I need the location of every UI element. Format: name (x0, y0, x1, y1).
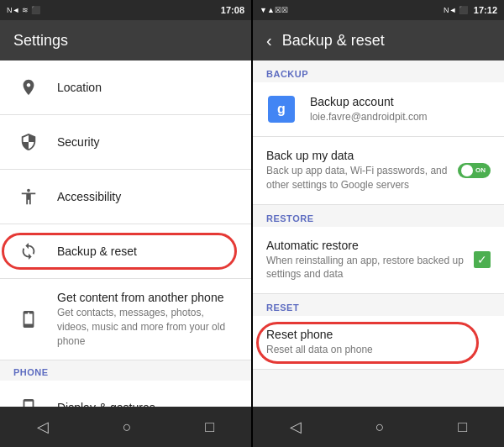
backup-reset-text: Backup & reset (57, 245, 238, 258)
display-icon (13, 392, 44, 407)
backup-data-title: Back up my data (266, 149, 451, 162)
auto-restore-text: Automatic restore When reinstalling an a… (266, 239, 467, 282)
auto-restore-item[interactable]: Automatic restore When reinstalling an a… (253, 227, 504, 295)
phone-section-header: PHONE (0, 360, 251, 381)
security-text: Security (57, 135, 238, 149)
backup-account-subtitle: loie.favre@androidpit.com (310, 110, 491, 124)
reset-phone-subtitle: Reset all data on phone (266, 343, 491, 357)
backup-data-item[interactable]: Back up my data Back up app data, Wi-Fi … (253, 137, 504, 205)
settings-item-backup-reset[interactable]: Backup & reset (0, 224, 251, 279)
settings-item-display[interactable]: Display & gestures (0, 381, 251, 407)
google-icon: g (268, 96, 295, 123)
right-status-bar: ▼▲☒☒ N◄ ⬛ 17:12 (253, 0, 504, 20)
left-nav-bar: ◁ ○ □ (0, 407, 251, 447)
left-status-time: 17:08 (221, 5, 244, 15)
backup-account-item[interactable]: g Backup account loie.favre@androidpit.c… (253, 82, 504, 137)
get-content-text: Get content from another phone Get conta… (57, 291, 238, 348)
left-status-icons: N◄ ≋ ⬛ (7, 6, 40, 14)
backup-account-text: Backup account loie.favre@androidpit.com (310, 95, 491, 124)
right-home-button[interactable]: ○ (369, 412, 391, 443)
right-status-icons: ▼▲☒☒ (260, 6, 288, 14)
get-content-icon (13, 304, 44, 334)
left-recent-button[interactable]: □ (198, 412, 221, 443)
location-text: Location (57, 81, 238, 94)
right-content: BACKUP g Backup account loie.favre@andro… (253, 60, 504, 407)
right-recent-button[interactable]: □ (451, 412, 474, 443)
backup-reset-icon (13, 236, 44, 266)
reset-list: Reset phone Reset all data on phone (253, 316, 504, 370)
google-icon-container: g (266, 94, 297, 124)
settings-item-accessibility[interactable]: Accessibility (0, 170, 251, 224)
left-panel: N◄ ≋ ⬛ 17:08 Settings Location (0, 0, 251, 447)
reset-phone-title: Reset phone (266, 328, 491, 341)
location-title: Location (57, 81, 238, 94)
left-home-button[interactable]: ○ (116, 412, 139, 443)
backup-data-toggle[interactable]: ON (458, 163, 491, 178)
reset-phone-text: Reset phone Reset all data on phone (266, 328, 491, 357)
right-panel: ▼▲☒☒ N◄ ⬛ 17:12 ‹ Backup & reset BACKUP … (253, 0, 504, 447)
left-back-button[interactable]: ◁ (30, 411, 55, 443)
notification-icons: N◄ ≋ (7, 6, 29, 14)
signal-icon: ⬛ (31, 6, 40, 14)
reset-phone-item[interactable]: Reset phone Reset all data on phone (253, 316, 504, 370)
left-time: 17:08 (221, 5, 244, 15)
settings-item-get-content[interactable]: Get content from another phone Get conta… (0, 279, 251, 360)
left-toolbar: Settings (0, 20, 251, 60)
right-status-right: N◄ ⬛ 17:12 (444, 5, 497, 15)
left-status-bar: N◄ ≋ ⬛ 17:08 (0, 0, 251, 20)
location-icon (13, 72, 44, 103)
backup-section-header: BACKUP (253, 60, 504, 82)
display-title: Display & gestures (57, 401, 238, 407)
backup-account-title: Backup account (310, 95, 491, 108)
auto-restore-title: Automatic restore (266, 239, 467, 252)
right-time: 17:12 (474, 5, 497, 15)
reset-section-header: RESET (253, 294, 504, 316)
settings-item-location[interactable]: Location (0, 60, 251, 115)
backup-data-text: Back up my data Back up app data, Wi-Fi … (266, 149, 451, 192)
right-back-button[interactable]: ◁ (283, 411, 308, 443)
settings-title: Settings (13, 32, 68, 50)
display-text: Display & gestures (57, 401, 238, 407)
backup-data-subtitle: Back up app data, Wi-Fi passwords, and o… (266, 164, 451, 192)
settings-item-security[interactable]: Security (0, 115, 251, 170)
auto-restore-checkbox[interactable]: ✓ (474, 251, 491, 268)
backup-reset-title: Backup & reset (57, 245, 238, 258)
backup-reset-toolbar-title: Backup & reset (282, 32, 385, 50)
back-button[interactable]: ‹ (266, 31, 272, 50)
accessibility-text: Accessibility (57, 190, 238, 203)
backup-list: g Backup account loie.favre@androidpit.c… (253, 82, 504, 205)
right-nav-bar: ◁ ○ □ (253, 407, 504, 447)
get-content-subtitle: Get contacts, messages, photos, videos, … (57, 306, 238, 348)
right-toolbar: ‹ Backup & reset (253, 20, 504, 60)
settings-list: Location Security (0, 60, 251, 407)
right-network-icons: N◄ ⬛ (444, 6, 468, 14)
right-notification-icons: ▼▲☒☒ (260, 6, 288, 14)
restore-section-header: RESTORE (253, 205, 504, 227)
get-content-title: Get content from another phone (57, 291, 238, 304)
accessibility-title: Accessibility (57, 190, 238, 203)
security-title: Security (57, 135, 238, 149)
auto-restore-subtitle: When reinstalling an app, restore backed… (266, 254, 467, 282)
accessibility-icon (13, 181, 44, 212)
restore-list: Automatic restore When reinstalling an a… (253, 227, 504, 295)
security-icon (13, 127, 44, 157)
backup-toggle-dot (461, 165, 473, 176)
left-content: Location Security (0, 60, 251, 407)
